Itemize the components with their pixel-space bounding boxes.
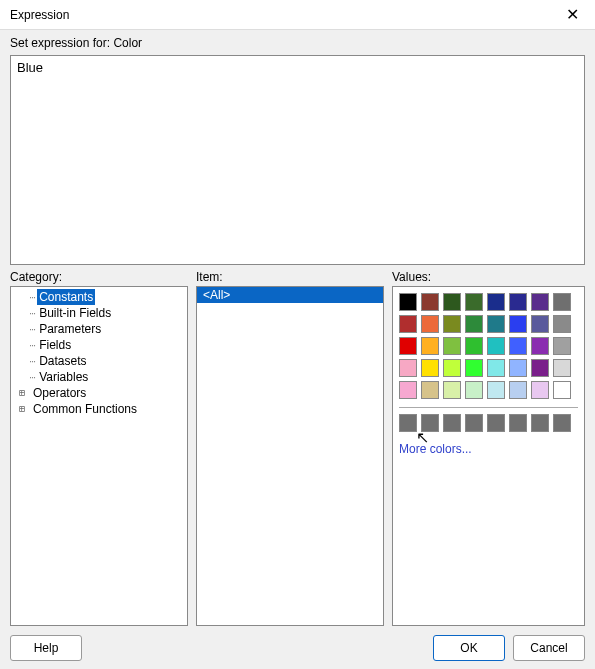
color-swatch[interactable] [421, 359, 439, 377]
tree-dots-icon: ··· [29, 289, 35, 305]
color-swatch[interactable] [443, 315, 461, 333]
tree-item-label: Variables [37, 369, 90, 385]
color-swatch[interactable] [487, 381, 505, 399]
tree-item[interactable]: ···Constants [15, 289, 183, 305]
color-swatch[interactable] [399, 315, 417, 333]
color-swatch[interactable] [443, 337, 461, 355]
color-swatch[interactable] [399, 414, 417, 432]
tree-item[interactable]: ⊞Operators [15, 385, 183, 401]
values-column: Values: More colors... [392, 270, 585, 626]
color-swatch[interactable] [399, 337, 417, 355]
color-swatch[interactable] [399, 381, 417, 399]
color-swatch[interactable] [465, 337, 483, 355]
tree-item-label: Parameters [37, 321, 103, 337]
color-swatch[interactable] [465, 359, 483, 377]
item-panel: <All> [196, 286, 384, 626]
color-swatch[interactable] [465, 315, 483, 333]
grey-palette [399, 414, 578, 432]
color-swatch[interactable] [509, 381, 527, 399]
item-list[interactable]: <All> [197, 287, 383, 303]
tree-item[interactable]: ···Fields [15, 337, 183, 353]
color-swatch[interactable] [553, 414, 571, 432]
color-swatch[interactable] [553, 293, 571, 311]
color-swatch[interactable] [421, 315, 439, 333]
color-swatch[interactable] [531, 414, 549, 432]
color-swatch[interactable] [443, 414, 461, 432]
ok-button[interactable]: OK [433, 635, 505, 661]
tree-item[interactable]: ···Variables [15, 369, 183, 385]
title-bar: Expression ✕ [0, 0, 595, 30]
category-panel: ···Constants···Built-in Fields···Paramet… [10, 286, 188, 626]
color-swatch[interactable] [443, 359, 461, 377]
expand-icon[interactable]: ⊞ [15, 385, 29, 401]
color-swatch[interactable] [509, 337, 527, 355]
item-column: Item: <All> [196, 270, 384, 626]
color-swatch[interactable] [531, 293, 549, 311]
color-swatch[interactable] [465, 381, 483, 399]
color-swatch[interactable] [487, 359, 505, 377]
color-swatch[interactable] [443, 293, 461, 311]
tree-dots-icon: ··· [29, 337, 35, 353]
tree-item-label: Datasets [37, 353, 88, 369]
tree-item[interactable]: ···Datasets [15, 353, 183, 369]
color-palette [399, 293, 578, 399]
color-swatch[interactable] [509, 315, 527, 333]
cancel-button[interactable]: Cancel [513, 635, 585, 661]
color-swatch[interactable] [509, 414, 527, 432]
color-swatch[interactable] [421, 414, 439, 432]
item-label: Item: [196, 270, 384, 284]
color-swatch[interactable] [421, 381, 439, 399]
category-label: Category: [10, 270, 188, 284]
color-swatch[interactable] [553, 337, 571, 355]
color-swatch[interactable] [531, 315, 549, 333]
color-swatch[interactable] [465, 414, 483, 432]
tree-item[interactable]: ···Parameters [15, 321, 183, 337]
color-swatch[interactable] [553, 359, 571, 377]
color-swatch[interactable] [465, 293, 483, 311]
palette-divider [399, 407, 578, 408]
tree-item-label: Fields [37, 337, 73, 353]
tree-item[interactable]: ⊞Common Functions [15, 401, 183, 417]
color-swatch[interactable] [509, 359, 527, 377]
window-title: Expression [10, 8, 69, 22]
color-swatch[interactable] [443, 381, 461, 399]
tree-dots-icon: ··· [29, 305, 35, 321]
tree-item-label: Common Functions [31, 401, 139, 417]
help-button[interactable]: Help [10, 635, 82, 661]
color-swatch[interactable] [399, 293, 417, 311]
columns: Category: ···Constants···Built-in Fields… [10, 270, 585, 626]
tree-dots-icon: ··· [29, 369, 35, 385]
color-swatch[interactable] [487, 337, 505, 355]
close-icon[interactable]: ✕ [559, 2, 585, 28]
color-swatch[interactable] [509, 293, 527, 311]
more-colors-link[interactable]: More colors... [399, 442, 578, 456]
dialog-footer: Help OK Cancel [10, 631, 585, 661]
color-swatch[interactable] [531, 359, 549, 377]
tree-item-label: Built-in Fields [37, 305, 113, 321]
category-column: Category: ···Constants···Built-in Fields… [10, 270, 188, 626]
values-panel: More colors... [392, 286, 585, 626]
color-swatch[interactable] [553, 315, 571, 333]
tree-dots-icon: ··· [29, 353, 35, 369]
set-expression-label: Set expression for: Color [10, 36, 585, 50]
dialog-content: Set expression for: Color Category: ···C… [0, 30, 595, 669]
expression-input[interactable] [10, 55, 585, 265]
color-swatch[interactable] [531, 337, 549, 355]
color-swatch[interactable] [487, 414, 505, 432]
tree-dots-icon: ··· [29, 321, 35, 337]
color-swatch[interactable] [531, 381, 549, 399]
color-swatch[interactable] [421, 293, 439, 311]
list-item[interactable]: <All> [197, 287, 383, 303]
values-label: Values: [392, 270, 585, 284]
color-swatch[interactable] [487, 293, 505, 311]
color-swatch[interactable] [553, 381, 571, 399]
tree-item[interactable]: ···Built-in Fields [15, 305, 183, 321]
expand-icon[interactable]: ⊞ [15, 401, 29, 417]
color-swatch[interactable] [421, 337, 439, 355]
color-swatch[interactable] [487, 315, 505, 333]
tree-item-label: Operators [31, 385, 88, 401]
color-swatch[interactable] [399, 359, 417, 377]
tree-item-label: Constants [37, 289, 95, 305]
category-tree[interactable]: ···Constants···Built-in Fields···Paramet… [11, 287, 187, 419]
